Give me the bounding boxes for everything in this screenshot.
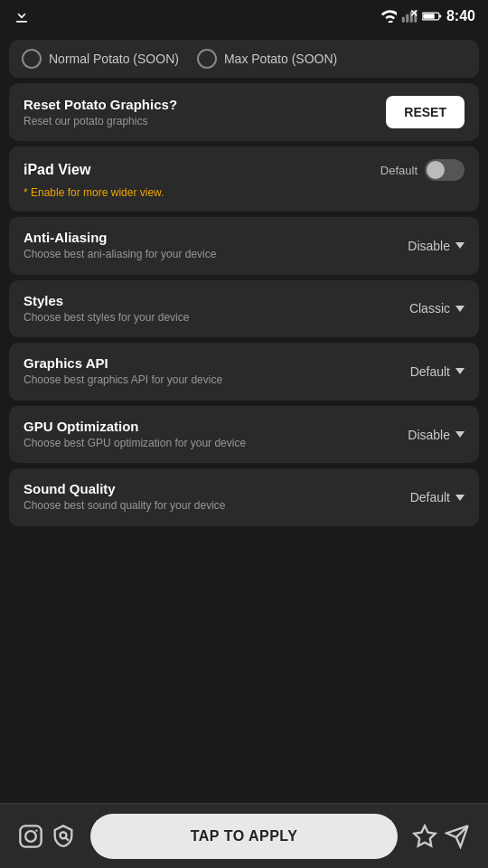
star-button[interactable] — [408, 820, 441, 853]
styles-card[interactable]: Styles Choose best styles for your devic… — [9, 280, 479, 338]
ipad-view-title: iPad View — [23, 162, 90, 178]
star-icon — [412, 824, 437, 849]
chevron-down-icon — [455, 495, 465, 501]
sound-quality-value: Default — [410, 490, 450, 505]
reset-description: Reset our potato graphics — [23, 115, 177, 127]
max-potato-radio[interactable] — [197, 49, 217, 69]
toggle-knob — [427, 161, 445, 179]
signal-icon — [401, 10, 418, 23]
sound-quality-title: Sound Quality — [23, 481, 225, 496]
search-shield-icon — [51, 824, 76, 849]
sound-quality-text: Sound Quality Choose best sound quality … — [23, 481, 225, 514]
chevron-down-icon — [455, 306, 465, 312]
settings-section: Anti-Aliasing Choose best ani-aliasing f… — [9, 217, 479, 526]
svg-point-10 — [25, 831, 36, 842]
instagram-icon — [18, 824, 43, 849]
download-icon — [13, 7, 31, 25]
reset-button[interactable]: RESET — [386, 96, 465, 128]
status-bar-left — [13, 7, 31, 25]
sound-quality-dropdown[interactable]: Default — [410, 490, 465, 505]
status-bar: 8:40 — [0, 0, 488, 33]
bottom-bar: TAP TO APPLY — [0, 803, 488, 868]
potato-options-card: Normal Potato (SOON) Max Potato (SOON) — [9, 40, 479, 78]
status-time: 8:40 — [446, 8, 475, 24]
anti-aliasing-title: Anti-Aliasing — [23, 230, 216, 245]
ipad-view-toggle[interactable] — [425, 159, 465, 181]
sound-quality-card[interactable]: Sound Quality Choose best sound quality … — [9, 468, 479, 526]
wifi-icon — [380, 10, 397, 23]
battery-icon — [422, 10, 442, 23]
max-potato-label: Max Potato (SOON) — [224, 52, 337, 66]
styles-text: Styles Choose best styles for your devic… — [23, 293, 189, 326]
gpu-optimization-desc: Choose best GPU optimization for your de… — [23, 437, 246, 451]
svg-rect-9 — [20, 826, 41, 846]
send-button[interactable] — [441, 820, 474, 853]
main-content: Normal Potato (SOON) Max Potato (SOON) R… — [0, 33, 488, 533]
graphics-api-desc: Choose best graphics API for your device — [23, 373, 222, 388]
svg-rect-1 — [406, 14, 408, 23]
search-shield-button[interactable] — [47, 820, 80, 853]
status-bar-right: 8:40 — [380, 8, 475, 24]
graphics-api-dropdown[interactable]: Default — [410, 364, 465, 379]
ipad-toggle-label: Default — [380, 164, 418, 177]
anti-aliasing-desc: Choose best ani-aliasing for your device — [23, 248, 216, 262]
svg-rect-8 — [423, 14, 435, 19]
reset-title: Reset Potato Graphics? — [23, 97, 177, 112]
max-potato-option[interactable]: Max Potato (SOON) — [197, 49, 337, 69]
svg-marker-14 — [414, 826, 435, 845]
gpu-optimization-value: Disable — [408, 428, 450, 442]
gpu-optimization-dropdown[interactable]: Disable — [408, 428, 465, 442]
instagram-button[interactable] — [14, 820, 47, 853]
graphics-api-card[interactable]: Graphics API Choose best graphics API fo… — [9, 343, 479, 401]
ipad-toggle-row: Default — [380, 159, 465, 181]
sound-quality-desc: Choose best sound quality for your devic… — [23, 499, 225, 514]
normal-potato-label: Normal Potato (SOON) — [49, 52, 179, 66]
send-icon — [445, 824, 470, 849]
chevron-down-icon — [455, 242, 465, 249]
normal-potato-radio[interactable] — [22, 49, 42, 69]
styles-value: Classic — [409, 301, 450, 316]
svg-rect-7 — [439, 14, 441, 17]
svg-rect-2 — [410, 12, 413, 23]
reset-card: Reset Potato Graphics? Reset our potato … — [9, 83, 479, 141]
svg-line-13 — [65, 837, 68, 840]
anti-aliasing-dropdown[interactable]: Disable — [408, 239, 465, 253]
anti-aliasing-text: Anti-Aliasing Choose best ani-aliasing f… — [23, 230, 216, 262]
graphics-api-text: Graphics API Choose best graphics API fo… — [23, 355, 222, 388]
svg-point-11 — [35, 829, 37, 831]
gpu-optimization-text: GPU Optimization Choose best GPU optimiz… — [23, 419, 246, 451]
ipad-view-card: iPad View Default * Enable for more wide… — [9, 146, 479, 212]
normal-potato-option[interactable]: Normal Potato (SOON) — [22, 49, 179, 69]
gpu-optimization-card[interactable]: GPU Optimization Choose best GPU optimiz… — [9, 406, 479, 464]
ipad-note: * Enable for more wider view. — [23, 186, 465, 199]
anti-aliasing-card[interactable]: Anti-Aliasing Choose best ani-aliasing f… — [9, 217, 479, 275]
chevron-down-icon — [455, 431, 465, 438]
reset-card-text: Reset Potato Graphics? Reset our potato … — [23, 97, 177, 127]
graphics-api-title: Graphics API — [23, 355, 222, 371]
chevron-down-icon — [455, 368, 465, 374]
styles-dropdown[interactable]: Classic — [409, 301, 465, 316]
svg-rect-0 — [402, 17, 405, 23]
styles-title: Styles — [23, 293, 189, 308]
styles-desc: Choose best styles for your device — [23, 311, 189, 326]
svg-point-12 — [61, 832, 67, 838]
gpu-optimization-title: GPU Optimization — [23, 419, 246, 434]
graphics-api-value: Default — [410, 364, 450, 379]
anti-aliasing-value: Disable — [408, 239, 450, 253]
tap-to-apply-button[interactable]: TAP TO APPLY — [90, 814, 398, 859]
